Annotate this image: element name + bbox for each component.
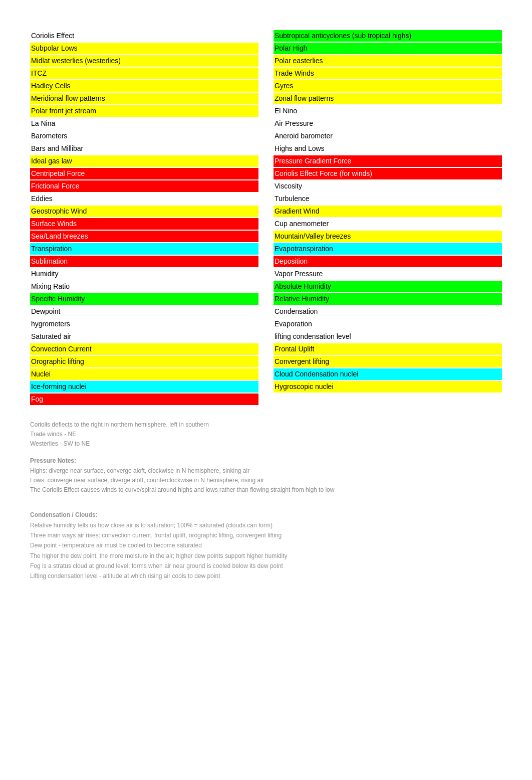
term-right: Subtropical anticyclones (sub tropical h… <box>274 30 502 42</box>
term-right <box>274 394 502 405</box>
term-left: Subpolar Lows <box>30 43 258 54</box>
term-left: Dewpoint <box>30 306 258 317</box>
term-left: Saturated air <box>30 331 258 342</box>
term-right: El Nino <box>274 105 502 117</box>
bottom-note-line: Three main ways air rises: convection cu… <box>30 530 502 540</box>
term-right: Polar High <box>274 43 502 54</box>
term-left: Bars and Millibar <box>30 143 258 154</box>
term-right: lifting condensation level <box>274 331 502 342</box>
term-right: Evapotranspiration <box>274 243 502 255</box>
term-left: Coriolis Effect <box>30 30 258 42</box>
note-line: Coriolis deflects to the right in northe… <box>30 420 502 430</box>
note-line: Westerlies - SW to NE <box>30 439 502 449</box>
term-right: Vapor Pressure <box>274 268 502 280</box>
term-left: Fog <box>30 394 258 405</box>
term-left: Ideal gas law <box>30 155 258 167</box>
term-right: Mountain/Valley breezes <box>274 231 502 242</box>
terms-grid: Coriolis EffectSubtropical anticyclones … <box>30 30 502 405</box>
term-right: Air Pressure <box>274 118 502 129</box>
term-right: Absolute Humidity <box>274 281 502 292</box>
term-left: Convection Current <box>30 343 258 355</box>
note-line: Trade winds - NE <box>30 430 502 439</box>
term-left: Hadley Cells <box>30 80 258 92</box>
note-block: Coriolis deflects to the right in northe… <box>30 420 502 449</box>
term-right: Gradient Wind <box>274 206 502 217</box>
bottom-notes: Condensation / Clouds:Relative humidity … <box>30 510 502 581</box>
term-right: Deposition <box>274 256 502 267</box>
term-right: Convergent lifting <box>274 356 502 367</box>
term-left: Nuclei <box>30 368 258 380</box>
term-left: Polar front jet stream <box>30 105 258 117</box>
term-right: Polar easterlies <box>274 55 502 67</box>
bottom-note-line: Dew point - temperature air must be cool… <box>30 540 502 550</box>
note-line: Highs: diverge near surface, converge al… <box>30 466 502 476</box>
term-right: Zonal flow patterns <box>274 93 502 104</box>
note-line: Lows: converge near surface, diverge alo… <box>30 476 502 485</box>
bottom-notes-title: Condensation / Clouds: <box>30 510 502 520</box>
notes-section: Coriolis deflects to the right in northe… <box>30 420 502 495</box>
term-right: Cloud Condensation nuclei <box>274 368 502 380</box>
term-left: ITCZ <box>30 68 258 79</box>
bottom-note-line: Fog is a stratus cloud at ground level; … <box>30 561 502 571</box>
term-left: Humidity <box>30 268 258 280</box>
term-left: Sea/Land breezes <box>30 231 258 242</box>
term-left: Meridional flow patterns <box>30 93 258 104</box>
term-left: Ice-forming nuclei <box>30 381 258 393</box>
term-left: Orographic lifting <box>30 356 258 367</box>
term-left: Surface Winds <box>30 218 258 230</box>
term-right: Aneroid barometer <box>274 130 502 142</box>
term-left: Geostrophic Wind <box>30 206 258 217</box>
term-right: Pressure Gradient Force <box>274 155 502 167</box>
term-right: Turbulence <box>274 193 502 205</box>
bottom-note-line: Lifting condensation level - altitude at… <box>30 571 502 581</box>
term-right: Hygroscopic nuclei <box>274 381 502 393</box>
term-right: Cup anemometer <box>274 218 502 230</box>
term-right: Relative Humidity <box>274 293 502 305</box>
term-left: Sublimation <box>30 256 258 267</box>
term-right: Condensation <box>274 306 502 317</box>
term-right: Highs and Lows <box>274 143 502 154</box>
term-right: Viscosity <box>274 180 502 192</box>
term-left: Mixing Ratio <box>30 281 258 292</box>
term-left: Centripetal Force <box>30 168 258 179</box>
note-line: The Coriolis Effect causes winds to curv… <box>30 485 502 495</box>
bottom-note-line: Relative humidity tells us how close air… <box>30 520 502 530</box>
term-right: Coriolis Effect Force (for winds) <box>274 168 502 179</box>
bottom-note-line: The higher the dew point, the more moist… <box>30 551 502 561</box>
term-left: Transpiration <box>30 243 258 255</box>
term-left: Midlat westerlies (westerlies) <box>30 55 258 67</box>
term-left: La Nina <box>30 118 258 129</box>
term-left: hygrometers <box>30 318 258 330</box>
term-left: Barometers <box>30 130 258 142</box>
term-right: Evaporation <box>274 318 502 330</box>
term-left: Specific Humidity <box>30 293 258 305</box>
term-right: Frontal Uplift <box>274 343 502 355</box>
term-left: Frictional Force <box>30 180 258 192</box>
term-right: Gyres <box>274 80 502 92</box>
term-right: Trade Winds <box>274 68 502 79</box>
note-block: Pressure Notes:Highs: diverge near surfa… <box>30 457 502 495</box>
term-left: Eddies <box>30 193 258 205</box>
